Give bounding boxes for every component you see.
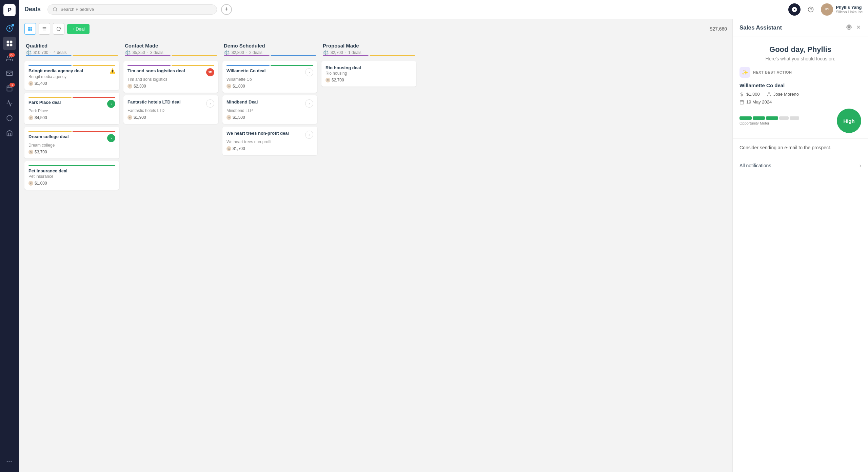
column-progress-bars [224, 55, 316, 56]
balance-icon: ⚖️ [26, 50, 32, 55]
all-notif-label: All notifications [739, 163, 771, 168]
deal-card[interactable]: Rio housing dealRio housingR $2,700 [321, 61, 416, 87]
all-notif-chevron-icon: › [860, 163, 861, 169]
deal-card[interactable]: Willamette Co deal›Willamette CoW $1,800 [222, 61, 317, 93]
sidebar-item-contacts[interactable]: 27 [3, 52, 16, 65]
deal-card[interactable]: Fantastic hotels LTD deal›Fantastic hote… [123, 95, 218, 124]
sidebar-item-more[interactable]: ••• [3, 454, 16, 468]
search-input[interactable] [60, 7, 212, 12]
card-progress-bars [226, 65, 313, 66]
avatar-small: T [127, 84, 132, 89]
avatar-small: W [226, 84, 231, 89]
sidebar-item-calendar[interactable]: 1 [3, 81, 16, 95]
progress-bar-segment [26, 55, 72, 56]
deal-name: We heart trees non-profit deal [226, 131, 305, 136]
deal-amount: R $2,700 [326, 78, 412, 82]
search-container [47, 4, 217, 15]
user-info: Phyllis Yang Silicon Links Inc [836, 5, 863, 14]
deal-card[interactable]: Pet insurance dealPet insuranceP $1,000 [24, 161, 119, 190]
deal-name: Mindbend Deal [226, 99, 305, 105]
column-meta: ⚖️ $10,700 · 4 deals [26, 50, 118, 55]
card-arrow-green[interactable]: › [107, 134, 115, 142]
svg-text:PY: PY [825, 7, 829, 11]
card-progress-bars [28, 165, 115, 166]
card-arrow-overdue[interactable]: 3D [206, 68, 214, 76]
deal-company: Rio housing [326, 71, 412, 76]
progress-bar-segment [224, 55, 270, 56]
deal-card[interactable]: Bringit media agency deal⚠️Bringit media… [24, 61, 119, 90]
opportunity-meter: Opportunity Meter [739, 116, 799, 125]
list-view-button[interactable] [39, 23, 50, 35]
global-add-button[interactable]: + [221, 4, 232, 15]
nba-label: NEXT BEST ACTION [753, 70, 792, 74]
card-top-row: Dream college deal› [28, 134, 115, 142]
kanban-view-button[interactable] [24, 23, 36, 35]
sidebar-item-deals[interactable] [3, 37, 16, 50]
column-title: Demo Scheduled [224, 43, 316, 49]
column-meta: ⚖️ $2,800 · 2 deals [224, 50, 316, 55]
content-area: + Deal $27,660 Qualified⚖️ $10,700 · 4 d… [19, 19, 868, 472]
deal-card[interactable]: Dream college deal›Dream collegeD $3,700 [24, 127, 119, 158]
column-count: 4 deals [54, 50, 67, 55]
column-cards: Bringit media agency deal⚠️Bringit media… [24, 61, 119, 190]
svg-rect-19 [31, 29, 32, 31]
sidebar-item-products[interactable] [3, 111, 16, 125]
card-arrow-gray[interactable]: › [305, 68, 313, 76]
card-progress-bar-segment [73, 131, 116, 132]
progress-bar-segment [323, 55, 369, 56]
deal-amount: F $1,900 [127, 115, 214, 120]
deal-name: Dream college deal [28, 134, 107, 139]
deal-card[interactable]: Mindbend Deal›Mindbend LLPM $1,500 [222, 95, 317, 124]
sidebar-item-email[interactable] [3, 67, 16, 80]
deal-name: Willamette Co deal [226, 68, 305, 73]
card-arrow-green[interactable]: › [107, 100, 115, 108]
svg-line-11 [56, 10, 57, 11]
deal-company: Park Place [28, 109, 115, 113]
rec-person: Jose Moreno [767, 92, 799, 97]
sidebar-item-activity[interactable] [3, 22, 16, 35]
column-amount: $2,800 [232, 50, 244, 55]
progress-bar-segment [271, 55, 316, 56]
deal-card[interactable]: Tim and sons logistics deal3DTim and son… [123, 61, 218, 93]
svg-rect-3 [7, 44, 9, 46]
add-deal-button[interactable]: + Deal [67, 24, 90, 34]
avatar-small: P [28, 115, 33, 120]
refresh-button[interactable] [53, 23, 64, 35]
card-arrow-gray[interactable]: › [305, 131, 313, 139]
main-area: Deals + PY Phyllis Yang Silicon Links In… [19, 0, 868, 472]
deal-card[interactable]: Park Place deal›Park PlaceP $4,500 [24, 93, 119, 124]
rec-deal-name: Willamette Co deal [739, 82, 861, 88]
recommendation-card: Willamette Co deal $1,800 Jose Moreno [739, 82, 861, 138]
assistant-icon-button[interactable] [788, 3, 801, 16]
avatar-small: P [28, 181, 33, 186]
sa-settings-icon[interactable] [846, 24, 852, 31]
column-amount: $10,700 [34, 50, 48, 55]
sidebar-item-reports[interactable] [3, 96, 16, 110]
svg-rect-17 [31, 27, 32, 29]
deal-name: Bringit media agency deal [28, 68, 108, 73]
help-icon-button[interactable] [805, 3, 817, 16]
sa-close-icon[interactable] [856, 24, 861, 31]
card-top-row: Mindbend Deal› [226, 99, 313, 108]
sidebar-item-marketplace[interactable] [3, 126, 16, 140]
deal-amount: W $1,800 [226, 84, 313, 89]
deals-toolbar: + Deal $27,660 [19, 19, 732, 39]
svg-point-10 [53, 7, 57, 11]
deal-card[interactable]: We heart trees non-profit deal›We heart … [222, 127, 317, 155]
rec-main: Opportunity Meter High [739, 109, 861, 133]
svg-point-27 [768, 92, 770, 94]
nba-icon: ✨ [739, 67, 750, 78]
card-arrow-gray[interactable]: › [206, 99, 214, 108]
sa-greeting: Good day, Phyllis Here's what you should… [733, 37, 868, 67]
deal-name: Park Place deal [28, 100, 107, 105]
all-notifications[interactable]: All notifications › [733, 157, 868, 174]
deal-amount: P $1,000 [28, 181, 115, 186]
deal-amount: T $2,300 [127, 84, 214, 89]
card-arrow-gray[interactable]: › [305, 99, 313, 108]
column-header-contact-made: Contact Made⚖️ $5,350 · 3 deals [123, 39, 218, 61]
card-top-row: Rio housing deal [326, 65, 412, 70]
user-avatar-area[interactable]: PY Phyllis Yang Silicon Links Inc [821, 3, 863, 16]
column-cards: Tim and sons logistics deal3DTim and son… [123, 61, 218, 124]
column-title: Qualified [26, 43, 118, 49]
avatar-small: R [326, 78, 330, 82]
